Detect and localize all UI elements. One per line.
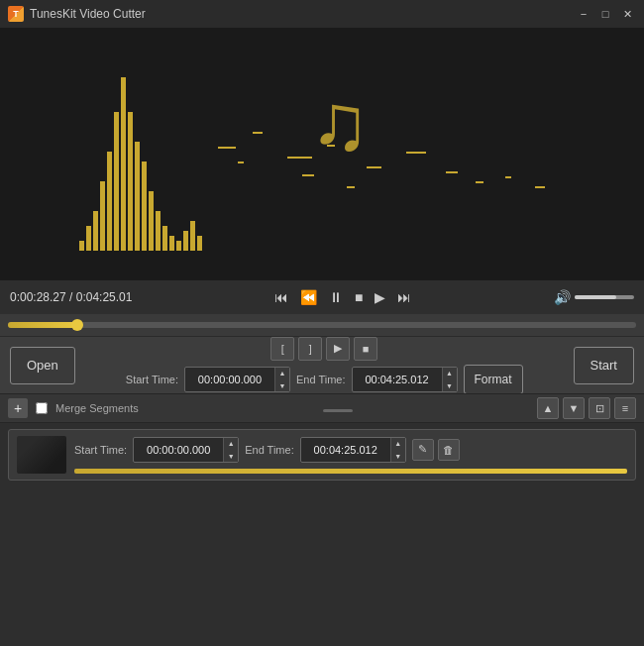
trim-stop-button[interactable]: ■ <box>354 337 377 361</box>
trim-right-button[interactable]: ] <box>298 337 322 361</box>
list-view-button[interactable]: ≡ <box>614 397 636 419</box>
equalizer-bar <box>162 226 167 251</box>
end-time-spinners: ▲ ▼ <box>442 367 457 392</box>
bottom-area: + Merge Segments ▲ ▼ ⊡ ≡ Start Ti <box>0 393 644 646</box>
segments-right-controls: ▲ ▼ ⊡ ≡ <box>537 397 636 419</box>
start-time-up[interactable]: ▲ <box>275 367 289 379</box>
maximize-button[interactable]: □ <box>596 5 614 23</box>
trim-time-row: Start Time: ▲ ▼ End Time: ▲ ▼ Format <box>126 365 523 394</box>
end-time-label: End Time: <box>296 374 346 385</box>
scatter-dot <box>535 186 545 188</box>
scatter-dot <box>347 186 355 188</box>
seg-end-input-wrap[interactable]: ▲ ▼ <box>300 437 406 463</box>
volume-area: 🔊 <box>554 289 634 305</box>
equalizer-bar <box>156 211 161 251</box>
equalizer-bar <box>121 77 126 251</box>
open-button[interactable]: Open <box>10 347 75 384</box>
start-time-spinners: ▲ ▼ <box>274 367 289 392</box>
seek-bar-container <box>0 314 644 336</box>
pause-button[interactable]: ⏸ <box>325 287 347 307</box>
trim-play-button[interactable]: ▶ <box>326 337 350 361</box>
seg-end-label: End Time: <box>245 444 294 456</box>
start-button[interactable]: Start <box>574 347 634 384</box>
app-icon: T <box>8 6 24 22</box>
equalizer-bar <box>190 221 195 251</box>
trim-controls: Open [ ] ▶ ■ Start Time: ▲ ▼ End Time: ▲ <box>0 336 644 393</box>
end-time-input-wrap[interactable]: ▲ ▼ <box>352 367 458 392</box>
equalizer-bar <box>149 191 154 251</box>
playback-controls: ⏮ ⏪ ⏸ ■ ▶ ⏭ <box>138 287 548 307</box>
seg-start-spinners: ▲ ▼ <box>223 437 238 463</box>
close-button[interactable]: ✕ <box>618 5 636 23</box>
skip-back-button[interactable]: ⏮ <box>270 287 292 307</box>
equalizer-bar <box>79 241 84 251</box>
seek-thumb[interactable] <box>71 319 83 331</box>
scatter-dot <box>238 162 244 163</box>
seek-fill <box>8 322 77 328</box>
equalizer-bar <box>128 112 133 251</box>
merge-label: Merge Segments <box>55 402 139 414</box>
time-display: 0:00:28.27 / 0:04:25.01 <box>10 290 132 304</box>
app-title: TunesKit Video Cutter <box>30 7 575 21</box>
window-controls: − □ ✕ <box>575 5 636 23</box>
format-button[interactable]: Format <box>464 365 523 394</box>
add-segment-button[interactable]: + <box>8 398 28 418</box>
screenshot-button[interactable]: ⊡ <box>589 397 610 419</box>
seg-start-up[interactable]: ▲ <box>224 437 238 450</box>
segment-times-row: Start Time: ▲ ▼ End Time: <box>74 437 627 463</box>
stop-button[interactable]: ■ <box>351 287 367 307</box>
seg-end-down[interactable]: ▼ <box>391 450 405 463</box>
video-area: ♫ <box>0 28 644 280</box>
play-button[interactable]: ▶ <box>371 287 389 307</box>
seg-end-up[interactable]: ▲ <box>391 437 405 450</box>
seg-start-input[interactable] <box>134 444 223 456</box>
scatter-dot <box>505 176 511 178</box>
trim-left-button[interactable]: [ <box>270 337 294 361</box>
segment-progress-fill <box>74 469 627 474</box>
seg-start-label: Start Time: <box>74 444 127 456</box>
volume-icon: 🔊 <box>554 289 571 305</box>
volume-slider[interactable] <box>575 295 634 299</box>
scatter-dot <box>476 181 483 183</box>
scatter-dot <box>218 147 236 149</box>
start-time-input-wrap[interactable]: ▲ ▼ <box>184 367 290 392</box>
end-time-up[interactable]: ▲ <box>443 367 457 379</box>
equalizer-bar <box>197 236 202 251</box>
time-separator: / <box>66 290 76 304</box>
move-up-button[interactable]: ▲ <box>537 397 559 419</box>
equalizer-bar <box>183 231 188 251</box>
step-back-button[interactable]: ⏪ <box>296 287 321 307</box>
drag-handle-area <box>147 405 529 412</box>
start-time-input[interactable] <box>185 374 274 385</box>
segment-details: Start Time: ▲ ▼ End Time: <box>74 437 627 474</box>
seg-end-input[interactable] <box>301 444 390 456</box>
equalizer-bar <box>135 142 140 251</box>
seg-delete-button[interactable]: 🗑 <box>438 439 460 461</box>
equalizer-bar <box>142 162 147 251</box>
seg-start-input-wrap[interactable]: ▲ ▼ <box>133 437 239 463</box>
start-time-down[interactable]: ▼ <box>275 379 289 392</box>
thumbnail-image <box>17 436 66 474</box>
seek-bar[interactable] <box>8 322 636 328</box>
skip-forward-button[interactable]: ⏭ <box>393 287 415 307</box>
equalizer-bar <box>100 181 105 251</box>
seg-edit-button[interactable]: ✎ <box>412 439 434 461</box>
minimize-button[interactable]: − <box>575 5 592 23</box>
move-down-button[interactable]: ▼ <box>563 397 585 419</box>
current-time: 0:00:28.27 <box>10 290 66 304</box>
start-time-label: Start Time: <box>126 374 178 385</box>
title-bar: T TunesKit Video Cutter − □ ✕ <box>0 0 644 28</box>
segments-header: + Merge Segments ▲ ▼ ⊡ ≡ <box>0 393 644 423</box>
scatter-dot <box>406 152 426 154</box>
seg-start-down[interactable]: ▼ <box>224 450 238 463</box>
end-time-input[interactable] <box>353 374 442 385</box>
music-note-icon: ♫ <box>310 77 370 168</box>
equalizer-bar <box>114 112 119 251</box>
scatter-dot <box>253 132 263 134</box>
trim-icon-row: [ ] ▶ ■ <box>270 337 377 361</box>
end-time-down[interactable]: ▼ <box>443 379 457 392</box>
merge-checkbox[interactable] <box>36 402 48 414</box>
scatter-dot <box>287 157 312 159</box>
drag-handle[interactable] <box>323 409 353 412</box>
equalizer-bar <box>107 152 112 251</box>
